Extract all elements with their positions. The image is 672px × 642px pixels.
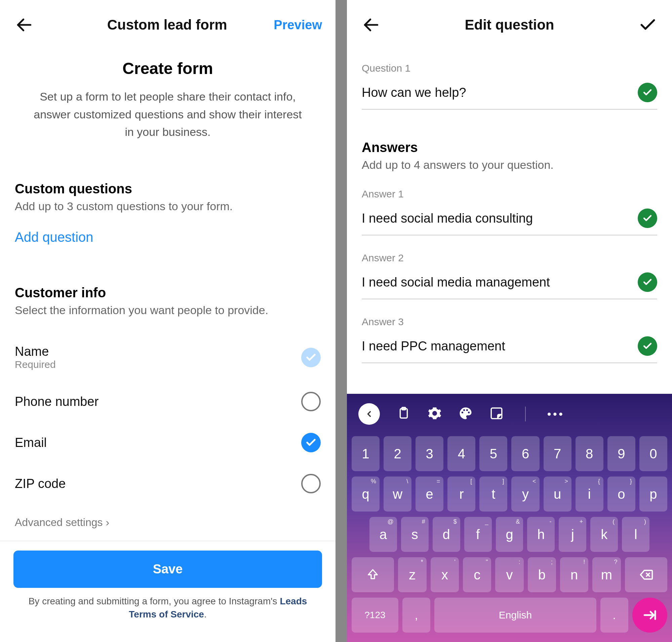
- field-zip-row[interactable]: ZIP code: [15, 463, 321, 504]
- space-key[interactable]: English: [434, 598, 596, 632]
- key-6[interactable]: 6: [511, 436, 539, 471]
- key-t[interactable]: t]: [479, 477, 507, 512]
- screen-custom-lead-form: Custom lead form Preview Create form Set…: [0, 0, 336, 642]
- key-p[interactable]: p: [639, 477, 667, 512]
- key-5[interactable]: 5: [479, 436, 507, 471]
- answer-2-value: I need social media management: [362, 275, 550, 290]
- answer-3-field[interactable]: I need PPC management: [362, 332, 657, 363]
- enter-key[interactable]: [632, 598, 667, 632]
- key-h[interactable]: h-: [527, 517, 555, 552]
- key-c[interactable]: c": [463, 557, 491, 592]
- key-9[interactable]: 9: [607, 436, 635, 471]
- key-e[interactable]: e=: [415, 477, 443, 512]
- key-d[interactable]: d$: [432, 517, 460, 552]
- key-o[interactable]: o}: [607, 477, 635, 512]
- screen-edit-question: Edit question Question 1 How can we help…: [347, 0, 672, 642]
- key-k[interactable]: k(: [590, 517, 618, 552]
- keyboard-collapse-button[interactable]: [358, 403, 380, 425]
- legal-text: By creating and submitting a form, you a…: [13, 594, 322, 621]
- chevron-right-icon: ›: [106, 516, 109, 528]
- keyboard: ••• 1234567890 q%w\e=r[t]y<u>i{o}p a@s#d…: [347, 394, 672, 642]
- customer-info-subtitle: Select the information you want people t…: [15, 304, 321, 317]
- keyboard-row-numbers: 1234567890: [347, 434, 672, 474]
- field-name-row[interactable]: Name Required: [15, 334, 321, 381]
- save-button[interactable]: Save: [13, 551, 322, 588]
- checkbox-name: [301, 348, 321, 367]
- checkbox-zip[interactable]: [301, 474, 321, 493]
- question-1-value: How can we help?: [362, 86, 466, 100]
- comma-key[interactable]: ,: [402, 598, 430, 632]
- field-phone-label: Phone number: [15, 395, 99, 409]
- check-icon: [638, 336, 657, 356]
- keyboard-row-qwerty-1: q%w\e=r[t]y<u>i{o}p: [347, 474, 672, 514]
- answers-title: Answers: [362, 140, 657, 155]
- key-7[interactable]: 7: [544, 436, 571, 471]
- key-a[interactable]: a@: [370, 517, 397, 552]
- page-title: Create form: [0, 59, 336, 78]
- check-icon: [638, 272, 657, 292]
- custom-questions-title: Custom questions: [15, 181, 321, 196]
- custom-questions-subtitle: Add up to 3 custom questions to your for…: [15, 200, 321, 213]
- back-button[interactable]: [13, 14, 35, 36]
- add-question-button[interactable]: Add question: [15, 230, 93, 245]
- clipboard-icon[interactable]: [397, 406, 411, 422]
- more-icon[interactable]: •••: [547, 408, 565, 420]
- check-icon: [638, 83, 657, 102]
- question-1-label: Question 1: [362, 63, 657, 74]
- keyboard-row-qwerty-2: a@s#d$f_g&h-j+k(l): [347, 514, 672, 554]
- confirm-button[interactable]: [637, 14, 659, 36]
- shift-key[interactable]: [352, 557, 394, 592]
- key-n[interactable]: n!: [560, 557, 588, 592]
- answer-2-label: Answer 2: [362, 252, 657, 264]
- key-4[interactable]: 4: [448, 436, 475, 471]
- backspace-key[interactable]: [625, 557, 667, 592]
- key-f[interactable]: f_: [464, 517, 492, 552]
- keyboard-row-qwerty-3: z*x'c"v:b;n!m?: [347, 554, 672, 595]
- answers-subtitle: Add up to 4 answers to your question.: [362, 158, 657, 171]
- checkbox-phone[interactable]: [301, 392, 321, 411]
- key-y[interactable]: y<: [511, 477, 539, 512]
- field-email-row[interactable]: Email: [15, 422, 321, 463]
- screen-divider: [336, 0, 347, 642]
- back-button[interactable]: [360, 14, 382, 36]
- page-subtitle: Set up a form to let people share their …: [0, 88, 336, 141]
- mode-key[interactable]: ?123: [352, 598, 398, 632]
- key-l[interactable]: l): [622, 517, 649, 552]
- field-name-required: Required: [15, 359, 56, 370]
- key-i[interactable]: i{: [576, 477, 604, 512]
- key-w[interactable]: w\: [384, 477, 412, 512]
- key-v[interactable]: v:: [495, 557, 524, 592]
- customer-info-title: Customer info: [15, 285, 321, 300]
- gear-icon[interactable]: [428, 406, 442, 422]
- field-phone-row[interactable]: Phone number: [15, 381, 321, 422]
- palette-icon[interactable]: [458, 406, 473, 422]
- separator: [525, 407, 526, 421]
- question-1-field[interactable]: How can we help?: [362, 79, 657, 110]
- period-key[interactable]: .: [600, 598, 628, 632]
- key-g[interactable]: g&: [496, 517, 524, 552]
- key-2[interactable]: 2: [384, 436, 412, 471]
- header-title: Custom lead form: [61, 17, 274, 33]
- answer-2-field[interactable]: I need social media management: [362, 268, 657, 299]
- key-b[interactable]: b;: [528, 557, 556, 592]
- key-8[interactable]: 8: [576, 436, 604, 471]
- answer-1-label: Answer 1: [362, 188, 657, 200]
- field-email-label: Email: [15, 436, 47, 450]
- key-j[interactable]: j+: [559, 517, 586, 552]
- key-x[interactable]: x': [431, 557, 459, 592]
- key-s[interactable]: s#: [401, 517, 429, 552]
- key-r[interactable]: r[: [448, 477, 475, 512]
- key-m[interactable]: m?: [592, 557, 621, 592]
- key-z[interactable]: z*: [398, 557, 426, 592]
- key-0[interactable]: 0: [639, 436, 667, 471]
- key-1[interactable]: 1: [352, 436, 379, 471]
- preview-button[interactable]: Preview: [274, 18, 322, 32]
- advanced-settings-button[interactable]: Advanced settings ›: [0, 504, 336, 541]
- answer-1-field[interactable]: I need social media consulting: [362, 204, 657, 235]
- key-u[interactable]: u>: [544, 477, 571, 512]
- answer-1-value: I need social media consulting: [362, 211, 533, 226]
- checkbox-email[interactable]: [301, 433, 321, 452]
- sticker-icon[interactable]: [490, 406, 504, 422]
- key-3[interactable]: 3: [415, 436, 443, 471]
- key-q[interactable]: q%: [352, 477, 379, 512]
